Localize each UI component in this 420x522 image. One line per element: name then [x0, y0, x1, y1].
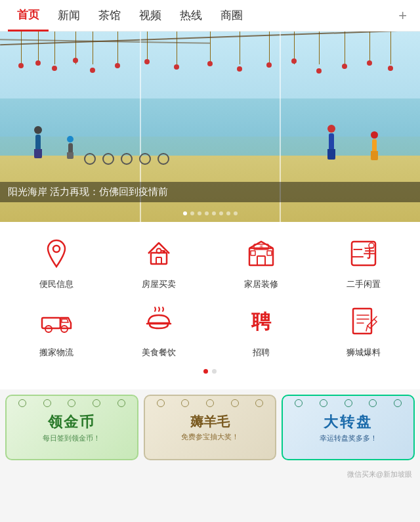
icon-label-biaomin: 便民信息: [39, 278, 74, 290]
nav-item-video[interactable]: 视频: [130, 0, 171, 32]
person-silhouette-2: [67, 136, 74, 159]
bicycles: [84, 153, 169, 165]
icon-cell-zhaopin[interactable]: 聘 招聘: [210, 301, 312, 359]
svg-text:店: 店: [259, 245, 264, 250]
icon-grid-row-2: 搬家物流 美食餐饮: [0, 301, 420, 369]
svg-rect-10: [267, 251, 272, 255]
nav-item-home[interactable]: 首页: [8, 0, 49, 32]
banner-yangmao-main: 薅羊毛: [190, 413, 230, 431]
hero-caption: 阳光海岸 活力再现：仿佛回到疫情前: [0, 182, 420, 202]
svg-rect-1: [151, 253, 167, 264]
banner-card-zhuanpan[interactable]: 大转盘 幸运转盘奖多多！: [282, 395, 415, 460]
person-silhouette-3: [327, 125, 336, 161]
icon-label-baoliao: 狮城爆料: [346, 347, 381, 359]
person-silhouette-4: [370, 131, 378, 161]
banner-jinbi-main: 领金币: [48, 412, 95, 432]
banner-card-yangmao[interactable]: 薅羊毛 免费参宝抽大奖！: [144, 395, 277, 460]
bottom-banners: 领金币 每日签到领金币！ 薅羊毛 免费参宝抽大奖！ 大转盘 幸运转盘奖多多！: [0, 389, 420, 468]
icon-cell-meishi[interactable]: 美食餐饮: [108, 301, 210, 359]
location-icon: [35, 232, 77, 274]
banner-zhuanpan-main: 大转盘: [324, 412, 373, 432]
banner-card-jinbi[interactable]: 领金币 每日签到领金币！: [5, 395, 138, 460]
watermark: 微信买来@新加坡眼: [0, 468, 420, 481]
svg-point-0: [53, 246, 60, 252]
svg-rect-21: [353, 309, 371, 334]
icon-grid: 便民信息 房屋买卖: [0, 222, 420, 389]
svg-text:聘: 聘: [251, 311, 272, 332]
nav-item-teahouse[interactable]: 茶馆: [89, 0, 130, 32]
icon-grid-row-1: 便民信息 房屋买卖: [0, 232, 420, 301]
svg-rect-8: [257, 256, 265, 265]
svg-rect-2: [156, 257, 161, 264]
hero-scene: 阳光海岸 活力再现：仿佛回到疫情前: [0, 32, 420, 222]
hero-dot-6[interactable]: [219, 211, 223, 215]
hero-dot-4[interactable]: [205, 211, 209, 215]
hero-dot-1[interactable]: [183, 211, 187, 215]
secondhand-icon: 二手: [343, 232, 385, 274]
nav-item-news[interactable]: 新闻: [49, 0, 89, 32]
hero-dot-5[interactable]: [212, 211, 216, 215]
hanging-decoration: [0, 32, 420, 77]
icon-cell-biaomin[interactable]: 便民信息: [5, 232, 108, 290]
icon-cell-baoliao[interactable]: 狮城爆料: [312, 301, 415, 359]
hero-dot-3[interactable]: [198, 211, 201, 215]
truck-icon: [35, 301, 77, 343]
svg-line-26: [374, 316, 377, 319]
icon-label-fangwu: 房屋买卖: [142, 278, 176, 290]
store-icon: 店: [240, 232, 282, 274]
icon-cell-fangwu[interactable]: 房屋买卖: [108, 232, 210, 290]
hero-dots: [0, 211, 420, 215]
nav-item-mall[interactable]: 商圈: [211, 0, 252, 32]
recruit-icon: 聘: [240, 301, 282, 343]
hero-dot-7[interactable]: [226, 211, 230, 215]
icon-label-jiaju: 家居装修: [244, 278, 278, 290]
banner-zhuanpan-sub: 幸运转盘奖多多！: [320, 433, 377, 443]
icon-label-ershou: 二手闲置: [346, 278, 381, 290]
hero-banner[interactable]: 阳光海岸 活力再现：仿佛回到疫情前: [0, 32, 420, 222]
grid-dot-2[interactable]: [212, 369, 217, 374]
svg-rect-9: [251, 251, 255, 255]
nav-plus-button[interactable]: +: [393, 7, 412, 24]
icon-cell-banjia[interactable]: 搬家物流: [5, 301, 108, 359]
banner-deco-3: [286, 399, 410, 407]
icon-grid-dots: [0, 369, 420, 384]
hero-dot-2[interactable]: [190, 211, 194, 215]
food-icon: [138, 301, 180, 343]
icon-label-meishi: 美食餐饮: [142, 347, 176, 359]
nav-item-hotline[interactable]: 热线: [171, 0, 211, 32]
svg-line-25: [366, 326, 368, 331]
svg-text:二手: 二手: [352, 247, 376, 260]
report-icon: [343, 301, 385, 343]
banner-deco-2: [148, 399, 272, 407]
icon-label-zhaopin: 招聘: [253, 347, 270, 359]
icon-cell-jiaju[interactable]: 店 家居装修: [210, 232, 312, 290]
icon-label-banjia: 搬家物流: [39, 347, 74, 359]
grid-dot-1[interactable]: [203, 369, 208, 374]
banner-deco-1: [10, 399, 134, 407]
person-silhouette-1: [33, 126, 43, 159]
nav-bar: 首页 新闻 茶馆 视频 热线 商圈 +: [0, 0, 420, 32]
house-key-icon: [138, 232, 180, 274]
icon-cell-ershou[interactable]: 二手 二手闲置: [312, 232, 415, 290]
banner-jinbi-sub: 每日签到领金币！: [43, 433, 100, 443]
watermark-text: 微信买来@新加坡眼: [347, 469, 412, 479]
banner-yangmao-sub: 免费参宝抽大奖！: [181, 432, 239, 442]
hero-dot-8[interactable]: [234, 211, 238, 215]
